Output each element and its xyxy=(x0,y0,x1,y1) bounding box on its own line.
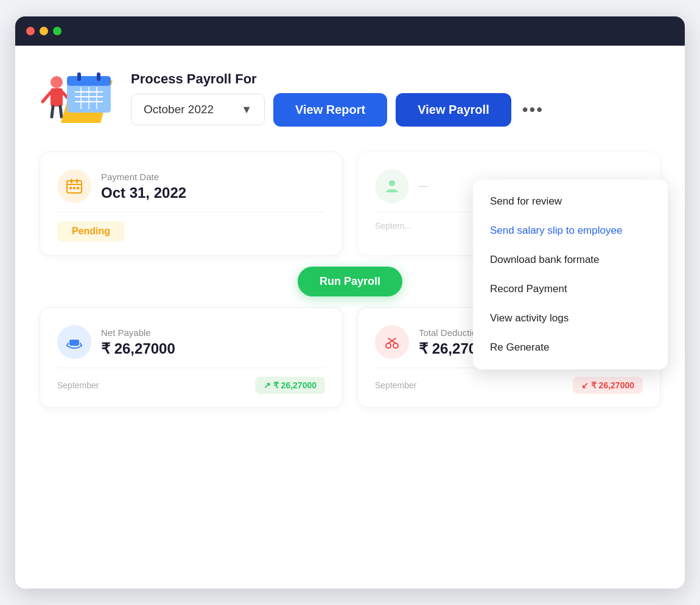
svg-line-4 xyxy=(52,107,53,117)
svg-rect-25 xyxy=(69,340,79,346)
svg-rect-22 xyxy=(73,187,75,189)
svg-point-27 xyxy=(393,343,398,348)
dropdown-item-view-activity[interactable]: View activity logs xyxy=(473,304,668,333)
card-text: — xyxy=(419,180,428,193)
dropdown-item-record-payment[interactable]: Record Payment xyxy=(473,275,668,304)
person-icon xyxy=(383,178,401,195)
payment-date-label: Payment Date xyxy=(101,172,186,182)
svg-rect-19 xyxy=(71,179,72,183)
month-selector[interactable]: October 2022 ▼ xyxy=(131,94,265,125)
view-report-button[interactable]: View Report xyxy=(273,93,387,127)
more-options-button[interactable]: ••• xyxy=(520,100,546,119)
payment-date-card: Payment Date Oct 31, 2022 Pending xyxy=(40,152,343,256)
net-payable-badge: ↗ ₹ 26,27000 xyxy=(255,377,325,394)
svg-rect-15 xyxy=(77,72,81,81)
process-label: Process Payroll For xyxy=(131,71,546,87)
month-value: October 2022 xyxy=(144,103,214,116)
top-right-footer: Septem... xyxy=(375,221,411,231)
hand-money-icon xyxy=(66,334,83,351)
header-row: Process Payroll For October 2022 ▼ View … xyxy=(40,65,660,132)
calendar-icon xyxy=(66,178,83,195)
total-deduction-badge: ↙ ₹ 26,27000 xyxy=(573,377,643,394)
dropdown-item-send-salary[interactable]: Send salary slip to employee xyxy=(473,216,668,245)
dropdown-item-regenerate[interactable]: Re Generate xyxy=(473,333,668,362)
payment-date-value: Oct 31, 2022 xyxy=(101,184,186,201)
dropdown-menu: Send for review Send salary slip to empl… xyxy=(473,180,668,369)
svg-rect-21 xyxy=(69,187,72,189)
maximize-btn[interactable] xyxy=(53,27,61,35)
card-divider xyxy=(57,212,325,212)
calendar-icon-wrap xyxy=(57,169,91,203)
net-payable-footer-label: September xyxy=(57,380,99,390)
svg-point-0 xyxy=(51,76,63,88)
svg-rect-20 xyxy=(76,179,78,183)
svg-point-26 xyxy=(386,343,391,348)
currency-symbol: ₹ xyxy=(101,340,114,357)
arrow-down-icon: ↙ xyxy=(581,380,589,390)
run-payroll-button[interactable]: Run Payroll xyxy=(298,267,402,296)
chevron-down-icon: ▼ xyxy=(241,103,252,116)
card-footer: Pending xyxy=(57,221,325,242)
card-text: Payment Date Oct 31, 2022 xyxy=(101,172,186,201)
dropdown-item-send-review[interactable]: Send for review xyxy=(473,187,668,216)
svg-line-5 xyxy=(60,107,61,117)
scissors-icon xyxy=(383,334,401,351)
total-deduction-footer-label: September xyxy=(375,380,416,390)
top-right-label: — xyxy=(419,180,428,191)
card-header: Net Payable ₹ 26,27000 xyxy=(57,325,325,359)
scissors-icon-wrap xyxy=(375,325,409,359)
svg-rect-16 xyxy=(97,72,100,81)
card-footer: September ↙ ₹ 26,27000 xyxy=(375,377,643,394)
main-content: Process Payroll For October 2022 ▼ View … xyxy=(15,46,685,432)
card-text: Net Payable ₹ 26,27000 xyxy=(101,327,175,357)
svg-rect-1 xyxy=(51,88,63,107)
main-window: Process Payroll For October 2022 ▼ View … xyxy=(15,16,685,589)
titlebar xyxy=(15,16,685,46)
svg-rect-23 xyxy=(77,187,79,189)
svg-line-2 xyxy=(43,93,51,102)
dropdown-item-download-bank[interactable]: Download bank formate xyxy=(473,245,668,275)
net-payable-value: ₹ 26,27000 xyxy=(101,340,175,357)
calendar-illustration xyxy=(40,65,119,132)
net-payable-amount: 26,27000 xyxy=(114,340,175,357)
header-controls: Process Payroll For October 2022 ▼ View … xyxy=(131,71,546,127)
close-btn[interactable] xyxy=(26,27,35,35)
money-icon-wrap xyxy=(57,325,91,359)
minimize-btn[interactable] xyxy=(40,27,48,35)
card-header: Payment Date Oct 31, 2022 xyxy=(57,169,325,203)
view-payroll-button[interactable]: View Payroll xyxy=(396,93,511,127)
svg-rect-8 xyxy=(67,76,111,86)
pending-badge: Pending xyxy=(57,221,125,242)
svg-point-24 xyxy=(389,180,395,186)
net-payable-card: Net Payable ₹ 26,27000 September ↗ ₹ 26,… xyxy=(40,307,343,408)
currency-symbol: ₹ xyxy=(419,340,432,357)
arrow-up-icon: ↗ xyxy=(264,380,271,390)
card-divider xyxy=(57,368,325,368)
net-payable-label: Net Payable xyxy=(101,327,175,338)
card-footer: September ↗ ₹ 26,27000 xyxy=(57,377,325,394)
person-icon-wrap xyxy=(375,169,409,203)
